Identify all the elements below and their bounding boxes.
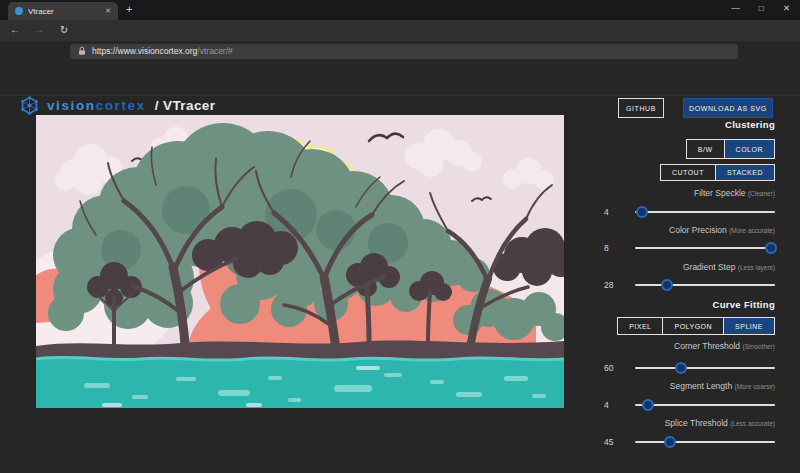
color-precision-handle[interactable] (765, 242, 777, 254)
refresh-button[interactable]: ↻ (57, 24, 71, 35)
corner-threshold-handle[interactable] (675, 362, 687, 374)
polygon-button[interactable]: POLYGON (662, 317, 724, 335)
brand-wordmark: visioncortex (47, 98, 146, 113)
bw-button[interactable]: B/W (686, 139, 725, 159)
vtracer-artwork (36, 115, 564, 408)
visioncortex-logo-icon (20, 96, 39, 115)
gradient-step-value: 28 (604, 280, 613, 290)
page-title: / VTracer (155, 98, 216, 113)
settings-panel: Clustering B/W COLOR CUTOUT STACKED Filt… (600, 115, 778, 465)
window-minimize-button[interactable]: — (731, 3, 740, 13)
spline-button[interactable]: SPLINE (723, 317, 775, 335)
stacked-button[interactable]: STACKED (715, 164, 775, 181)
color-precision-slider[interactable] (635, 247, 775, 249)
window-maximize-button[interactable]: □ (759, 3, 764, 13)
filter-speckle-label: Filter Speckle (Cleaner) (694, 188, 775, 198)
traced-image-preview[interactable] (36, 115, 564, 408)
filter-speckle-value: 4 (604, 207, 609, 217)
color-precision-value: 8 (604, 243, 609, 253)
clustering-heading: Clustering (725, 119, 775, 130)
splice-threshold-value: 45 (604, 437, 613, 447)
corner-threshold-row: 60 (600, 362, 778, 374)
segment-length-value: 4 (604, 400, 609, 410)
splice-threshold-handle[interactable] (664, 436, 676, 448)
filter-speckle-slider[interactable] (635, 211, 775, 213)
splice-threshold-row: 45 (600, 436, 778, 448)
browser-tab[interactable]: Vtracer ✕ (8, 2, 118, 20)
cutout-button[interactable]: CUTOUT (660, 164, 716, 181)
brand[interactable]: visioncortex / VTracer (20, 96, 215, 115)
corner-threshold-label: Corner Threshold (Smoother) (674, 341, 775, 351)
brand-vision: vision (47, 98, 96, 113)
filter-speckle-row: 4 (600, 206, 778, 218)
tab-favicon-icon (15, 7, 23, 15)
color-precision-label: Color Precision (More accurate) (669, 225, 775, 235)
corner-threshold-value: 60 (604, 363, 613, 373)
color-button[interactable]: COLOR (724, 139, 775, 159)
new-tab-button[interactable]: + (126, 3, 132, 15)
tab-title: Vtracer (28, 7, 54, 16)
gradient-step-row: 28 (600, 279, 778, 291)
segment-length-row: 4 (600, 399, 778, 411)
splice-threshold-slider[interactable] (635, 441, 775, 443)
window-close-button[interactable]: ✕ (783, 3, 790, 13)
pixel-button[interactable]: PIXEL (617, 317, 663, 335)
segment-length-handle[interactable] (642, 399, 654, 411)
corner-threshold-slider[interactable] (635, 367, 775, 369)
tab-close-icon[interactable]: ✕ (105, 7, 111, 15)
gradient-step-handle[interactable] (661, 279, 673, 291)
forward-button[interactable]: → (32, 24, 46, 35)
browser-tab-strip: Vtracer ✕ + — □ ✕ (0, 0, 800, 20)
window-controls: — □ ✕ (731, 3, 790, 13)
curve-fitting-heading: Curve Fitting (713, 299, 775, 310)
segment-length-slider[interactable] (635, 404, 775, 406)
site-header: visioncortex / VTracer GITHUB DOWNLOAD A… (0, 41, 800, 96)
color-precision-row: 8 (600, 242, 778, 254)
brand-cortex: cortex (96, 98, 146, 113)
segment-length-label: Segment Length (More coarse) (670, 381, 775, 391)
gradient-step-slider[interactable] (635, 284, 775, 286)
filter-speckle-handle[interactable] (636, 206, 648, 218)
layer-mode-group: CUTOUT STACKED (661, 164, 775, 181)
clustering-mode-group: B/W COLOR (687, 139, 775, 159)
browser-nav-bar: ← → ↻ https://www.visioncortex.org/vtrac… (0, 20, 800, 41)
gradient-step-label: Gradient Step (Less layers) (683, 262, 775, 272)
splice-threshold-label: Splice Threshold (Less accurate) (665, 418, 775, 428)
back-button[interactable]: ← (8, 24, 22, 35)
curve-mode-group: PIXEL POLYGON SPLINE (618, 317, 775, 335)
